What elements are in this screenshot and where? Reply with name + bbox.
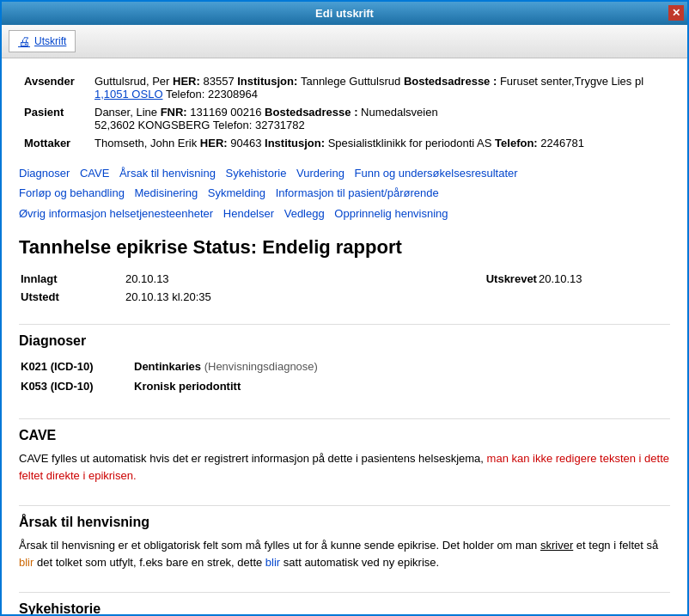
- divider-4: [19, 592, 670, 593]
- nav-sykmelding[interactable]: Sykmelding: [208, 186, 265, 199]
- nav-forlop[interactable]: Forløp og behandling: [19, 186, 125, 199]
- mottaker-value: Thomseth, John Erik HER: 90463 Institusj…: [91, 135, 668, 151]
- window-title: Edi utskrift: [315, 7, 374, 20]
- sender-name: Guttulsrud, Per: [95, 75, 169, 88]
- divider-3: [19, 505, 670, 506]
- aarsak-blue: blir: [265, 556, 280, 569]
- date-row-1: Innlagt 20.10.13 Utskrevet 20.10.13: [21, 271, 668, 287]
- main-window: Edi utskrift ✕ 🖨 Utskrift Avsender Guttu…: [0, 0, 689, 616]
- pasient-addr-label: Bostedsadresse :: [265, 106, 361, 119]
- utskrevet-value: 20.10.13: [539, 271, 668, 287]
- divider-1: [19, 324, 670, 325]
- aarsak-text: Årsak til henvisning er et obligatorisk …: [19, 537, 670, 570]
- aarsak-middle: et tegn i feltet så: [573, 539, 658, 552]
- diag-name-2: Kronisk periodontitt: [134, 377, 668, 395]
- toolbar: 🖨 Utskrift: [2, 25, 687, 58]
- mottaker-name: Thomseth, John Erik: [95, 137, 197, 149]
- sender-inst-label: Institusjon:: [237, 75, 301, 88]
- mottaker-tel-label: Telefon:: [495, 137, 540, 149]
- nav-hendelser[interactable]: Hendelser: [223, 207, 274, 220]
- pasient-value: Danser, Line FNR: 131169 00216 Bostedsad…: [91, 104, 668, 133]
- close-button[interactable]: ✕: [668, 5, 684, 21]
- diag-code-1: K021 (ICD-10): [21, 357, 132, 375]
- sykehistorie-title: Sykehistorie: [19, 601, 670, 614]
- nav-vurdering[interactable]: Vurdering: [296, 167, 344, 180]
- aarsak-end: satt automatisk ved ny epikrise.: [280, 556, 439, 569]
- print-button[interactable]: 🖨 Utskrift: [9, 30, 76, 52]
- pasient-addr2: 52,3602 KONGSBERG: [95, 119, 210, 131]
- sender-row: Avsender Guttulsrud, Per HER: 83557 Inst…: [21, 73, 668, 102]
- sender-tel-label: Telefon:: [166, 88, 208, 101]
- sender-addr-label: Bostedsadresse :: [404, 75, 500, 88]
- pasient-label: Pasient: [21, 104, 89, 133]
- date-row-2: Utstedt 20.10.13 kl.20:35: [21, 289, 668, 305]
- diag-name-text-1: Dentinkaries: [134, 360, 201, 373]
- pasient-row: Pasient Danser, Line FNR: 131169 00216 B…: [21, 104, 668, 133]
- sender-addr-link[interactable]: 1,1051 OSLO: [95, 88, 163, 101]
- innlagt-label: Innlagt: [21, 271, 124, 287]
- cave-section: CAVE CAVE fylles ut automatisk hvis det …: [19, 428, 670, 484]
- title-bar: Edi utskrift ✕: [2, 2, 687, 25]
- diagnosis-table: K021 (ICD-10) Dentinkaries (Henvisningsd…: [19, 356, 670, 397]
- nav-diagnoser[interactable]: Diagnoser: [19, 167, 70, 180]
- sender-her-value: 83557: [203, 75, 234, 88]
- diag-row-1: K021 (ICD-10) Dentinkaries (Henvisningsd…: [21, 357, 668, 375]
- pasient-fnr-label: FNR:: [161, 106, 191, 119]
- nav-cave[interactable]: CAVE: [80, 167, 109, 180]
- sender-label: Avsender: [21, 73, 89, 102]
- nav-vedlegg[interactable]: Vedlegg: [284, 207, 325, 220]
- divider-2: [19, 418, 670, 419]
- mottaker-label: Mottaker: [21, 135, 89, 151]
- sender-inst-value: Tannlege Guttulsrud: [301, 75, 400, 88]
- main-title: Tannhelse epikrise Status: Endelig rappo…: [19, 236, 670, 259]
- pasient-fnr-value: 131169 00216: [190, 106, 261, 119]
- nav-informasjon[interactable]: Informasjon til pasient/pårørende: [276, 186, 439, 199]
- nav-aarsak[interactable]: Årsak til henvisning: [119, 167, 216, 180]
- nav-opprinnelig[interactable]: Opprinnelig henvisning: [334, 207, 448, 220]
- nav-ovrig[interactable]: Øvrig informasjon helsetjenesteenheter: [19, 207, 213, 220]
- sender-addr-value: Furuset senter,Trygve Lies pl: [500, 75, 643, 88]
- utstedt-value: 20.10.13 kl.20:35: [125, 289, 381, 305]
- cave-text-prefix: CAVE fylles ut automatisk hvis det er re…: [19, 452, 487, 465]
- mottaker-her-value: 90463: [230, 137, 261, 149]
- pasient-tel-value: 32731782: [255, 119, 305, 131]
- diag-name-text-2: Kronisk periodontitt: [134, 380, 241, 393]
- innlagt-value: 20.10.13: [125, 271, 381, 287]
- aarsak-after-orange: det tolket som utfylt, f.eks bare en str…: [34, 556, 265, 569]
- sender-value: Guttulsrud, Per HER: 83557 Institusjon: …: [91, 73, 668, 102]
- content-area[interactable]: Avsender Guttulsrud, Per HER: 83557 Inst…: [2, 58, 687, 614]
- pasient-addr-value: Numedalsveien: [361, 106, 438, 119]
- mottaker-row: Mottaker Thomseth, John Erik HER: 90463 …: [21, 135, 668, 151]
- diag-row-2: K053 (ICD-10) Kronisk periodontitt: [21, 377, 668, 395]
- diag-code-2: K053 (ICD-10): [21, 377, 132, 395]
- printer-icon: 🖨: [18, 34, 30, 48]
- mottaker-tel-value: 2246781: [540, 137, 584, 149]
- pasient-name: Danser, Line: [95, 106, 157, 119]
- diag-name-1: Dentinkaries (Henvisningsdiagnose): [134, 357, 668, 375]
- diagnoser-title: Diagnoser: [19, 333, 670, 349]
- aarsak-prefix: Årsak til henvisning er et obligatorisk …: [19, 539, 540, 552]
- aarsak-underline: skriver: [540, 539, 573, 552]
- aarsak-title: Årsak til henvisning: [19, 515, 670, 530]
- utstedt-label: Utstedt: [21, 289, 124, 305]
- mottaker-inst-value: Spesialistklinikk for periodonti AS: [328, 137, 492, 149]
- utskrevet-label: Utskrevet: [383, 271, 537, 287]
- mottaker-inst-label: Institusjon:: [265, 137, 328, 149]
- nav-medisinering[interactable]: Medisinering: [134, 186, 198, 199]
- sender-tel-value: 22308964: [208, 88, 258, 101]
- cave-text: CAVE fylles ut automatisk hvis det er re…: [19, 450, 670, 484]
- nav-links: Diagnoser CAVE Årsak til henvisning Syke…: [19, 163, 670, 223]
- sender-her-label: HER:: [173, 75, 200, 88]
- print-label: Utskrift: [34, 35, 66, 47]
- mottaker-her-label: HER:: [200, 137, 230, 149]
- nav-sykehistorie[interactable]: Sykehistorie: [226, 167, 287, 180]
- diag-sub-1: (Henvisningsdiagnose): [204, 360, 318, 373]
- aarsak-section: Årsak til henvisning Årsak til henvisnin…: [19, 515, 670, 570]
- cave-title: CAVE: [19, 428, 670, 443]
- info-table: Avsender Guttulsrud, Per HER: 83557 Inst…: [19, 71, 670, 153]
- sykehistorie-section: Sykehistorie Sykehistorie er et frivilli…: [19, 601, 670, 614]
- diagnoser-section: Diagnoser K021 (ICD-10) Dentinkaries (He…: [19, 333, 670, 397]
- pasient-tel-label: Telefon:: [213, 119, 255, 131]
- nav-funn[interactable]: Funn og undersøkelsesresultater: [355, 167, 518, 180]
- date-table: Innlagt 20.10.13 Utskrevet 20.10.13 Utst…: [19, 269, 670, 307]
